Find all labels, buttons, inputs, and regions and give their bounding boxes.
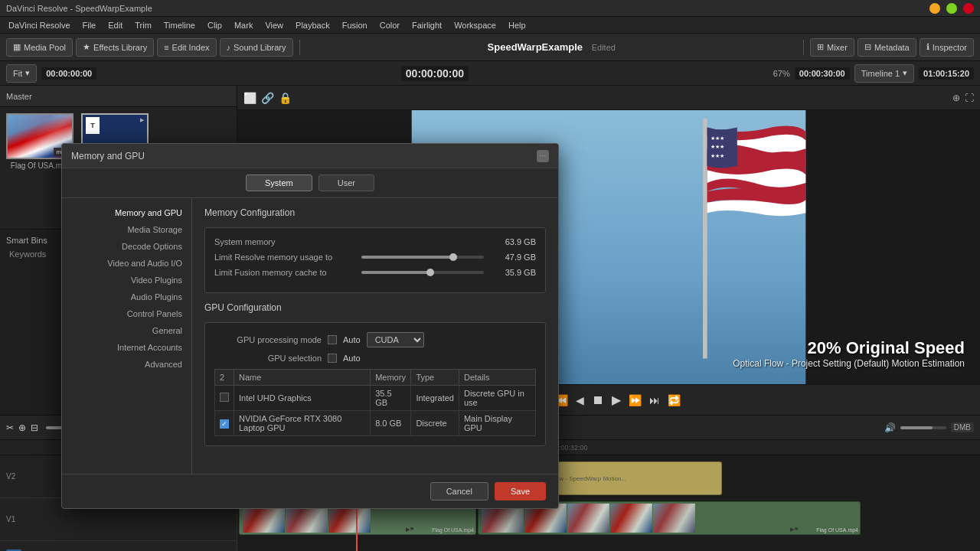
blade-tool-icon[interactable]: ✂ — [6, 422, 14, 433]
preview-lock-icon[interactable]: 🔒 — [279, 92, 292, 104]
menu-playback[interactable]: Playback — [290, 19, 335, 31]
gpu-intel-name: Intel UHD Graphics — [234, 386, 371, 411]
gpu-col-name: Name — [234, 370, 371, 386]
volume-icon[interactable]: 🔊 — [884, 422, 896, 433]
gpu-col-memory: Memory — [371, 370, 411, 386]
sidebar-item-advanced[interactable]: Advanced — [62, 356, 191, 373]
gpu-config-box: GPU processing mode Auto CUDA OpenCL GPU… — [204, 322, 546, 446]
chevron-down-icon: ▾ — [25, 68, 30, 78]
nvidia-checkbox[interactable]: ✓ — [220, 419, 229, 429]
gpu-mode-select[interactable]: CUDA OpenCL — [367, 332, 424, 347]
master-label: Master — [6, 92, 32, 101]
step-forward-icon[interactable]: ⏩ — [629, 394, 642, 406]
edit-index-icon: ≡ — [164, 43, 168, 52]
fusion-cache-slider[interactable] — [361, 271, 484, 274]
mixer-button[interactable]: ⊞ Mixer — [810, 38, 854, 57]
intel-checkbox[interactable] — [220, 393, 229, 402]
track-label-a1: A1 ⊙ S M 2.0 — [0, 541, 237, 551]
sidebar-item-video-plugins[interactable]: Video Plugins — [62, 272, 191, 289]
minimize-button[interactable] — [929, 3, 940, 14]
secondary-toolbar: Fit ▾ 00:00:00:00 00:00:00:00 67% 00:00:… — [0, 61, 980, 86]
play-reverse-icon[interactable]: ◀ — [576, 394, 584, 406]
cancel-button[interactable]: Cancel — [430, 482, 488, 500]
menu-bar: DaVinci Resolve File Edit Trim Timeline … — [0, 17, 980, 34]
dialog-close-button[interactable]: ··· — [537, 150, 549, 162]
sidebar-item-decode-options[interactable]: Decode Options — [62, 238, 191, 255]
save-button[interactable]: Save — [495, 482, 546, 500]
snapping-icon[interactable]: ⊟ — [31, 422, 38, 433]
media-pool-button[interactable]: ▦ Media Pool — [6, 38, 73, 57]
go-to-end-icon[interactable]: ⏭ — [649, 394, 660, 406]
inspector-icon: ℹ — [926, 42, 929, 52]
sidebar-item-general[interactable]: General — [62, 322, 191, 339]
main-timecode[interactable]: 00:00:00:00 — [401, 66, 469, 81]
close-button[interactable] — [963, 3, 974, 14]
gpu-auto-label: Auto — [343, 335, 361, 344]
system-memory-label: System memory — [214, 237, 490, 246]
end-timecode: 01:00:15:20 — [919, 67, 974, 80]
dialog-footer: Cancel Save — [62, 474, 558, 508]
edit-index-button[interactable]: ≡ Edit Index — [157, 38, 216, 57]
gpu-intel-check[interactable] — [215, 386, 234, 411]
preview-subtitle-text: Optical Flow - Project Setting (Default)… — [733, 358, 965, 369]
menu-help[interactable]: Help — [503, 19, 531, 31]
gpu-nvidia-memory: 8.0 GB — [371, 411, 411, 436]
gpu-section-title: GPU Configuration — [204, 302, 546, 313]
play-icon[interactable]: ▶ — [612, 393, 621, 407]
preview-zoom-icon[interactable]: ⊕ — [952, 93, 960, 103]
effects-library-button[interactable]: ★ Effects Library — [76, 38, 154, 57]
sidebar-item-internet-accounts[interactable]: Internet Accounts — [62, 339, 191, 356]
chevron-down-icon-2: ▾ — [903, 68, 907, 78]
dialog-tab-system[interactable]: System — [246, 174, 312, 191]
dialog-tab-user[interactable]: User — [318, 174, 374, 191]
toolbar: ▦ Media Pool ★ Effects Library ≡ Edit In… — [0, 34, 980, 61]
timecode-display[interactable]: 00:00:00:00 — [41, 67, 96, 80]
menu-workspace[interactable]: Workspace — [449, 19, 501, 31]
inspector-button[interactable]: ℹ Inspector — [920, 38, 974, 57]
menu-view[interactable]: View — [260, 19, 289, 31]
svg-rect-1 — [703, 119, 707, 358]
loop-icon[interactable]: 🔁 — [668, 394, 681, 406]
magnet-icon[interactable]: ⊕ — [18, 422, 26, 433]
system-memory-row: System memory 63.9 GB — [214, 237, 536, 246]
preview-fullscreen-icon[interactable]: ⛶ — [965, 93, 974, 103]
preview-tool-icon[interactable]: ⬜ — [243, 92, 256, 104]
sidebar-item-media-storage[interactable]: Media Storage — [62, 221, 191, 238]
gpu-processing-row: GPU processing mode Auto CUDA OpenCL — [214, 332, 536, 347]
menu-mark[interactable]: Mark — [229, 19, 258, 31]
panel-header: Master — [0, 86, 237, 107]
gpu-nvidia-details: Main Display GPU — [459, 411, 535, 436]
menu-timeline[interactable]: Timeline — [158, 19, 201, 31]
preview-speed-text: 20% Original Speed — [733, 338, 965, 358]
menu-color[interactable]: Color — [374, 19, 405, 31]
sidebar-item-audio-plugins[interactable]: Audio Plugins — [62, 289, 191, 305]
menu-trim[interactable]: Trim — [129, 19, 157, 31]
sidebar-item-control-panels[interactable]: Control Panels — [62, 305, 191, 322]
resolve-memory-slider[interactable] — [361, 256, 484, 259]
stop-icon[interactable]: ⏹ — [592, 393, 604, 407]
maximize-button[interactable] — [946, 3, 957, 14]
sidebar-item-video-audio-io[interactable]: Video and Audio I/O — [62, 255, 191, 272]
toolbar-separator-2 — [803, 40, 804, 55]
menu-fairlight[interactable]: Fairlight — [407, 19, 447, 31]
timeline-selector[interactable]: Timeline 1 ▾ — [854, 64, 914, 83]
toolbar-separator — [299, 40, 300, 55]
duration-display: 00:00:30:00 — [795, 67, 850, 80]
sidebar-item-memory-gpu[interactable]: Memory and GPU — [62, 204, 191, 221]
window-controls — [929, 3, 974, 14]
fit-button[interactable]: Fit ▾ — [6, 64, 37, 83]
memory-gpu-dialog: Memory and GPU ··· System User Memory an… — [61, 143, 559, 509]
menu-file[interactable]: File — [77, 19, 102, 31]
gpu-selection-checkbox[interactable] — [328, 354, 337, 363]
effects-library-icon: ★ — [83, 42, 90, 52]
gpu-auto-checkbox[interactable] — [328, 335, 337, 344]
preview-link-icon[interactable]: 🔗 — [261, 92, 274, 104]
menu-davinci-resolve[interactable]: DaVinci Resolve — [3, 19, 76, 31]
sound-library-button[interactable]: ♪ Sound Library — [220, 38, 293, 57]
gpu-nvidia-check[interactable]: ✓ — [215, 411, 234, 436]
window-title: DaVinci Resolve - SpeedWarpExample — [6, 4, 152, 13]
menu-clip[interactable]: Clip — [202, 19, 227, 31]
menu-fusion[interactable]: Fusion — [337, 19, 373, 31]
menu-edit[interactable]: Edit — [103, 19, 128, 31]
metadata-button[interactable]: ⊟ Metadata — [858, 38, 916, 57]
